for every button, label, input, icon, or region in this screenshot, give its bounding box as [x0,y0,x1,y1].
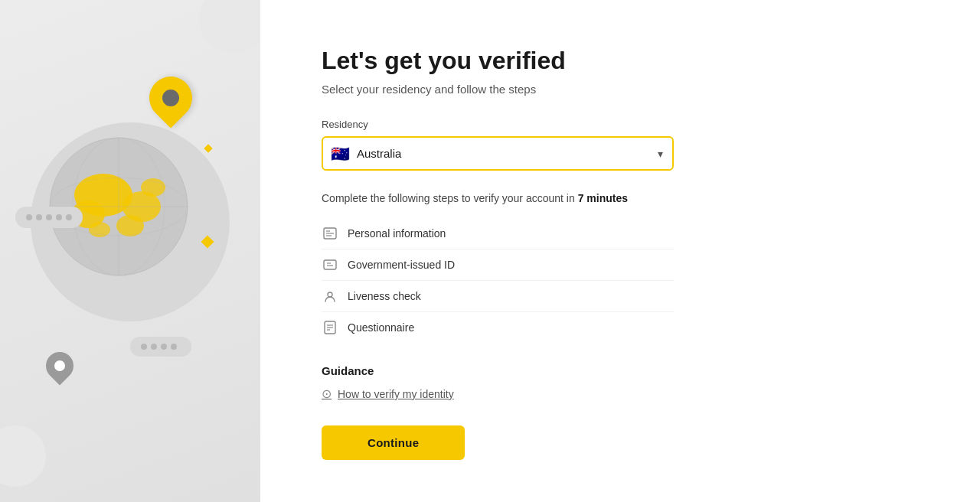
step-item-gov-id: Government-issued ID [322,249,674,281]
step-label-questionnaire: Questionnaire [348,321,414,334]
page-subtitle: Select your residency and follow the ste… [322,83,674,96]
page-title: Let's get you verified [322,46,674,75]
location-pin-small [46,352,74,380]
bg-circle-bottom-left [0,425,46,487]
svg-point-19 [328,292,332,297]
step-item-liveness: Liveness check [322,281,674,312]
residency-label: Residency [322,119,674,130]
left-illustration-panel [0,0,260,502]
step-label-personal-info: Personal information [348,227,446,240]
questionnaire-icon [322,319,338,336]
location-pin-large [149,77,192,119]
svg-point-4 [116,215,144,236]
bg-circle-top-right [199,0,260,54]
dot-bubble-bottom [130,337,191,357]
guidance-link-text: How to verify my identity [338,388,454,400]
liveness-icon [322,288,338,305]
residency-select[interactable]: Australia United States United Kingdom C… [322,136,674,171]
guidance-title: Guidance [322,364,674,377]
svg-rect-16 [324,260,336,269]
gov-id-icon [322,256,338,273]
guidance-link-icon: ⊙ [322,386,332,401]
step-item-personal-info: Personal information [322,218,674,249]
steps-duration: 7 minutes [578,192,628,204]
continue-button[interactable]: Continue [322,425,465,460]
step-label-liveness: Liveness check [348,290,421,302]
residency-field-wrapper: 🇦🇺 Australia United States United Kingdo… [322,136,674,171]
personal-info-icon [322,225,338,242]
steps-intro-text: Complete the following steps to verify y… [322,192,674,204]
step-label-gov-id: Government-issued ID [348,259,455,271]
guidance-link[interactable]: ⊙ How to verify my identity [322,386,674,401]
dot-bubble-left [15,207,83,228]
diamond-decoration-2 [204,144,212,152]
step-item-questionnaire: Questionnaire [322,312,674,343]
main-content: Let's get you verified Select your resid… [322,46,674,460]
right-content-panel: Let's get you verified Select your resid… [260,0,980,502]
steps-list: Personal information Government-issued I… [322,218,674,343]
